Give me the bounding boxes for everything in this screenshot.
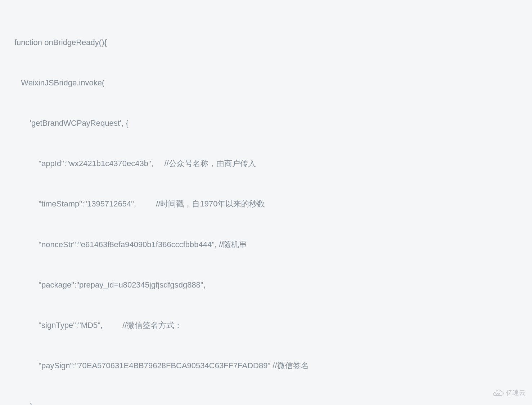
- code-line: function onBridgeReady(){: [14, 36, 518, 49]
- code-line: 'getBrandWCPayRequest', {: [14, 116, 518, 130]
- cloud-icon: [492, 390, 504, 397]
- code-line: "nonceStr":"e61463f8efa94090b1f366cccfbb…: [14, 238, 518, 251]
- code-line: WeixinJSBridge.invoke(: [14, 76, 518, 89]
- svg-point-1: [498, 393, 500, 394]
- code-line: },: [14, 399, 518, 405]
- code-line: "timeStamp":"1395712654", //时间戳，自1970年以来…: [14, 197, 518, 210]
- code-line: "appId":"wx2421b1c4370ec43b", //公众号名称，由商…: [14, 157, 518, 170]
- watermark: 亿速云: [492, 387, 526, 399]
- code-line: "package":"prepay_id=u802345jgfjsdfgsdg8…: [14, 278, 518, 291]
- code-block: function onBridgeReady(){ WeixinJSBridge…: [0, 0, 532, 405]
- code-line: "paySign":"70EA570631E4BB79628FBCA90534C…: [14, 359, 518, 372]
- svg-point-0: [496, 393, 497, 394]
- code-line: "signType":"MD5", //微信签名方式：: [14, 319, 518, 332]
- watermark-text: 亿速云: [506, 387, 526, 399]
